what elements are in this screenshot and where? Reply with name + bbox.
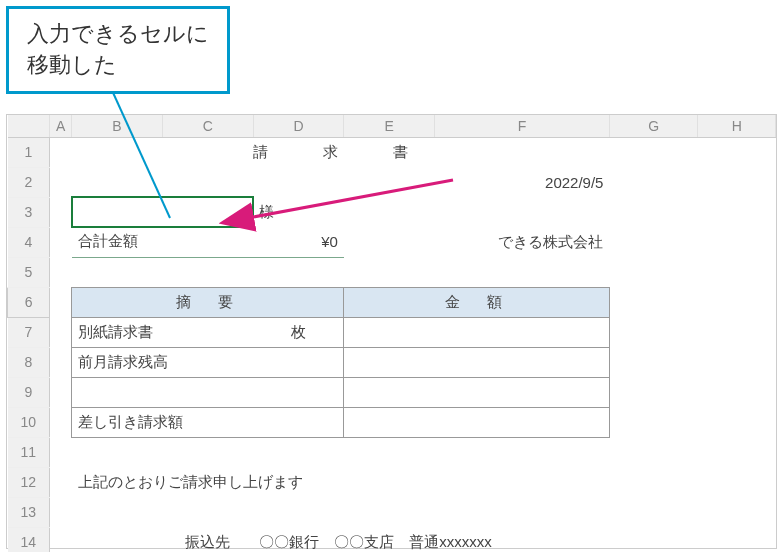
col-header-D[interactable]: D	[253, 115, 344, 137]
customer-suffix[interactable]: 様	[253, 197, 344, 227]
row-header-6[interactable]: 6	[8, 287, 50, 317]
item3-label[interactable]: 差し引き請求額	[72, 407, 344, 437]
cell[interactable]	[50, 437, 776, 467]
col-header-F[interactable]: F	[435, 115, 610, 137]
cell[interactable]	[698, 347, 776, 377]
selection-border	[71, 196, 254, 228]
cell[interactable]	[72, 167, 163, 197]
row-header-4[interactable]: 4	[8, 227, 50, 257]
cell[interactable]	[609, 137, 698, 167]
cell[interactable]	[50, 347, 72, 377]
cell[interactable]	[253, 167, 344, 197]
cell[interactable]	[698, 317, 776, 347]
cell[interactable]	[344, 317, 610, 347]
cell[interactable]	[50, 197, 72, 227]
cell[interactable]	[344, 197, 435, 227]
header-amount[interactable]: 金 額	[344, 287, 610, 317]
row-header-11[interactable]: 11	[8, 437, 50, 467]
row-header-14[interactable]: 14	[8, 527, 50, 552]
cell[interactable]	[609, 287, 698, 317]
cell[interactable]	[50, 227, 72, 257]
cell[interactable]	[698, 287, 776, 317]
bank-info[interactable]: 〇〇銀行 〇〇支店 普通xxxxxxx	[253, 527, 609, 552]
cell[interactable]	[609, 377, 698, 407]
row-header-7[interactable]: 7	[8, 317, 50, 347]
cell[interactable]	[609, 407, 698, 437]
row-header-5[interactable]: 5	[8, 257, 50, 287]
cell[interactable]	[344, 227, 435, 257]
cell[interactable]	[609, 317, 698, 347]
col-header-B[interactable]: B	[72, 115, 163, 137]
cell[interactable]	[609, 227, 698, 257]
company-name[interactable]: できる株式会社	[435, 227, 610, 257]
item2-label[interactable]: 前月請求残高	[72, 347, 344, 377]
item1-label[interactable]: 別紙請求書	[72, 317, 253, 347]
cell[interactable]	[698, 377, 776, 407]
col-header-G[interactable]: G	[609, 115, 698, 137]
col-header-A[interactable]: A	[50, 115, 72, 137]
cell[interactable]	[344, 347, 610, 377]
cell[interactable]	[50, 137, 72, 167]
cell[interactable]	[50, 527, 72, 552]
cell[interactable]	[50, 317, 72, 347]
cell[interactable]	[698, 197, 776, 227]
annotation-callout: 入力できるセルに 移動した	[6, 6, 230, 94]
cell[interactable]	[50, 377, 72, 407]
item1-unit[interactable]: 枚	[253, 317, 344, 347]
footer-msg[interactable]: 上記のとおりご請求申し上げます	[72, 467, 610, 497]
cell[interactable]	[698, 407, 776, 437]
row-header-9[interactable]: 9	[8, 377, 50, 407]
cell[interactable]	[50, 287, 72, 317]
cell[interactable]	[698, 227, 776, 257]
cell[interactable]	[50, 467, 72, 497]
cell[interactable]	[698, 467, 776, 497]
cell[interactable]	[698, 137, 776, 167]
bank-label[interactable]: 振込先	[162, 527, 253, 552]
cell[interactable]	[50, 257, 776, 287]
cell[interactable]	[50, 167, 72, 197]
customer-name-cell[interactable]	[72, 197, 253, 227]
col-header-C[interactable]: C	[162, 115, 253, 137]
callout-line1: 入力できるセルに 移動した	[27, 21, 209, 77]
cell[interactable]	[698, 527, 776, 552]
cell[interactable]	[344, 167, 435, 197]
col-header-H[interactable]: H	[698, 115, 776, 137]
cell[interactable]	[344, 407, 610, 437]
cell[interactable]	[344, 377, 610, 407]
cell[interactable]	[50, 407, 72, 437]
row-header-3[interactable]: 3	[8, 197, 50, 227]
total-label[interactable]: 合計金額	[72, 227, 163, 257]
cell[interactable]	[72, 527, 163, 552]
row-header-12[interactable]: 12	[8, 467, 50, 497]
cell[interactable]	[50, 497, 776, 527]
row-header-8[interactable]: 8	[8, 347, 50, 377]
cell[interactable]	[609, 467, 698, 497]
col-header-E[interactable]: E	[344, 115, 435, 137]
row-header-1[interactable]: 1	[8, 137, 50, 167]
cell[interactable]	[609, 167, 698, 197]
total-value[interactable]: ¥0	[253, 227, 344, 257]
cell[interactable]	[609, 197, 698, 227]
cell[interactable]	[609, 347, 698, 377]
date-cell[interactable]: 2022/9/5	[435, 167, 610, 197]
column-header-row[interactable]: A B C D E F G H	[8, 115, 776, 137]
cell[interactable]	[162, 167, 253, 197]
header-desc[interactable]: 摘 要	[72, 287, 344, 317]
row-header-10[interactable]: 10	[8, 407, 50, 437]
cell[interactable]	[162, 227, 253, 257]
cell[interactable]	[698, 167, 776, 197]
cell[interactable]	[72, 377, 344, 407]
spreadsheet[interactable]: A B C D E F G H 1 請 求 書 2	[6, 114, 777, 549]
doc-title[interactable]: 請 求 書	[72, 137, 610, 167]
cell[interactable]	[435, 197, 610, 227]
cell[interactable]	[609, 527, 698, 552]
row-header-13[interactable]: 13	[8, 497, 50, 527]
row-header-2[interactable]: 2	[8, 167, 50, 197]
